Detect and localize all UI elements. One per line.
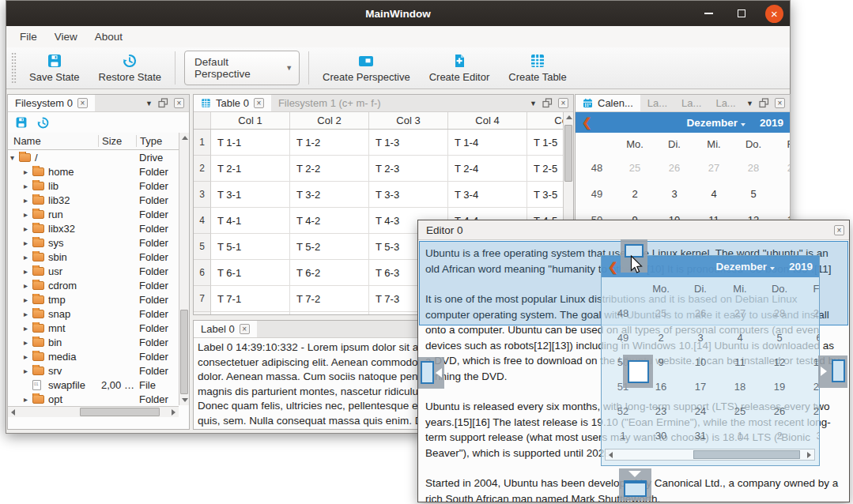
menu-item[interactable]: View	[46, 28, 86, 46]
row-header[interactable]: 7	[194, 286, 211, 312]
table-cell[interactable]: T 3-3	[369, 182, 448, 208]
create-table-button[interactable]: Create Table	[499, 51, 576, 86]
dock-close-icon[interactable]: ×	[558, 98, 568, 108]
row-header[interactable]: 3	[194, 182, 211, 208]
horizontal-scrollbar[interactable]	[8, 406, 179, 417]
scrollbar-thumb[interactable]	[180, 310, 188, 394]
expander-icon[interactable]	[24, 395, 32, 404]
column-header-size[interactable]: Size	[98, 135, 136, 147]
table-cell[interactable]: T 3-4	[448, 182, 527, 208]
tab-close-icon[interactable]: ×	[254, 98, 264, 108]
tree-row[interactable]: / Drive	[8, 150, 179, 164]
expander-icon[interactable]	[10, 153, 19, 162]
table-cell[interactable]: T 1-1	[211, 130, 290, 156]
dock-float-icon[interactable]	[759, 98, 769, 108]
table-column-header[interactable]: Col 2	[290, 112, 369, 129]
expander-icon[interactable]	[24, 281, 32, 290]
perspective-dropdown[interactable]: Default Perspective ▼	[184, 51, 300, 85]
tab-calendar[interactable]: Calen...	[576, 95, 640, 111]
year-selector[interactable]: 2019	[760, 117, 783, 129]
scrollbar-thumb[interactable]	[80, 408, 160, 416]
scroll-down-button[interactable]	[179, 395, 190, 405]
editor-close-icon[interactable]: ×	[834, 225, 844, 235]
calendar-day[interactable]: 27	[694, 162, 734, 174]
calendar-day[interactable]: 28	[734, 162, 773, 174]
vertical-scrollbar[interactable]	[179, 133, 189, 405]
table-cell[interactable]: T 7-2	[290, 286, 369, 312]
scrollbar-thumb[interactable]	[564, 125, 572, 182]
calendar-day[interactable]: 2	[615, 188, 655, 200]
expander-icon[interactable]	[24, 210, 32, 219]
expander-icon[interactable]	[24, 338, 32, 347]
tree-row[interactable]: run Folder	[8, 207, 179, 221]
table-cell[interactable]: T 4-1	[211, 208, 290, 234]
table-cell[interactable]: T 2-1	[211, 156, 290, 182]
table-column-header[interactable]: Col 3	[369, 112, 448, 129]
tab-label-0[interactable]: Label 0 ×	[194, 321, 257, 337]
tree-row[interactable]: snap Folder	[8, 307, 179, 321]
toolbar-grip[interactable]	[11, 52, 17, 84]
expander-icon[interactable]	[24, 310, 32, 318]
calendar-day[interactable]: 25	[615, 162, 655, 174]
tab-label-dock[interactable]: La...	[674, 95, 708, 111]
create-perspective-button[interactable]: Create Perspective	[313, 51, 420, 86]
expander-icon[interactable]	[24, 295, 32, 304]
history-clock-icon[interactable]	[36, 116, 50, 130]
row-header[interactable]: 2	[194, 156, 211, 182]
table-column-header[interactable]: Col 1	[211, 112, 290, 129]
table-column-header[interactable]: Col 4	[448, 112, 527, 129]
scroll-up-button[interactable]	[179, 133, 190, 143]
floppy-disk-icon[interactable]	[15, 116, 28, 129]
menu-item[interactable]: File	[11, 28, 46, 46]
tree-row[interactable]: lib Folder	[8, 179, 179, 193]
calendar-day[interactable]: 3	[655, 188, 694, 200]
table-cell[interactable]: T 2-4	[448, 156, 527, 182]
dock-close-icon[interactable]: ×	[174, 98, 184, 108]
table-cell[interactable]: T 3-1	[211, 182, 290, 208]
tree-row[interactable]: tmp Folder	[8, 292, 179, 307]
editor-title-bar[interactable]: Editor 0 ×	[418, 220, 849, 240]
month-selector[interactable]: Dezember	[686, 117, 745, 129]
table-cell[interactable]: T 2-5	[527, 156, 563, 182]
expander-icon[interactable]	[24, 196, 32, 205]
table-cell[interactable]: T 8-2	[290, 312, 369, 314]
column-header-name[interactable]: Name	[8, 135, 98, 147]
calendar-day[interactable]: 4	[694, 188, 734, 200]
tree-row[interactable]: libx32 Folder	[8, 221, 179, 235]
tab-label-dock[interactable]: La...	[640, 95, 674, 111]
expander-icon[interactable]	[24, 352, 32, 361]
table-cell[interactable]: T 1-4	[448, 130, 527, 156]
tree-row[interactable]: usr Folder	[8, 264, 179, 278]
calendar-day[interactable]: 5	[734, 188, 773, 200]
table-cell[interactable]: T 1-5	[527, 130, 563, 156]
row-header[interactable]: 4	[194, 208, 211, 234]
expander-icon[interactable]	[24, 267, 32, 276]
table-cell[interactable]: T 6-2	[290, 260, 369, 286]
row-header[interactable]: 6	[194, 260, 211, 286]
tree-row[interactable]: media Folder	[8, 349, 179, 363]
tree-row[interactable]: lib32 Folder	[8, 193, 179, 207]
expander-icon[interactable]	[24, 324, 32, 333]
close-button[interactable]: ×	[765, 5, 783, 23]
dock-menu-icon[interactable]: ▼	[746, 100, 753, 107]
drop-indicator-center[interactable]	[623, 355, 653, 388]
table-cell[interactable]: T 3-2	[290, 182, 369, 208]
tree-row[interactable]: mnt Folder	[8, 321, 179, 335]
drop-indicator-bottom[interactable]	[619, 468, 651, 501]
table-cell[interactable]: T 6-1	[211, 260, 290, 286]
table-cell[interactable]: T 8-1	[211, 312, 290, 314]
tab-filesystem-1[interactable]: Filesystem 1 (c+ m- f-)	[271, 95, 388, 111]
table-cell[interactable]: T 2-2	[290, 156, 369, 182]
maximize-button[interactable]	[732, 4, 751, 23]
tab-close-icon[interactable]: ×	[240, 324, 250, 334]
tree-row[interactable]: bin Folder	[8, 335, 179, 349]
minimize-button[interactable]	[699, 4, 718, 23]
create-editor-button[interactable]: Create Editor	[420, 51, 500, 86]
dock-close-icon[interactable]: ×	[775, 98, 785, 108]
calendar-day[interactable]: 6	[773, 188, 790, 200]
scroll-left-button[interactable]	[8, 407, 18, 417]
scroll-right-button[interactable]	[168, 407, 179, 417]
expander-icon[interactable]	[24, 167, 32, 176]
table-cell[interactable]: T 1-3	[369, 130, 448, 156]
table-cell[interactable]: T 2-3	[369, 156, 448, 182]
